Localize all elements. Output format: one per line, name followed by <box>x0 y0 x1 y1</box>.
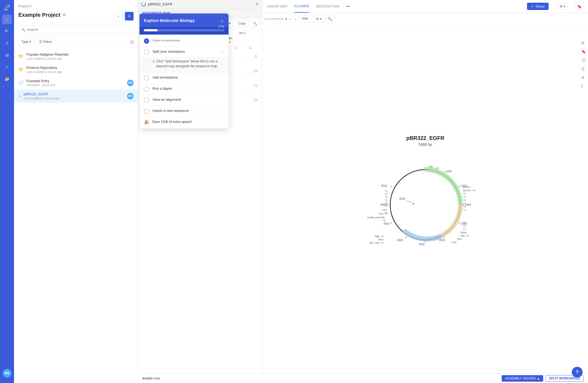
add-nav-icon[interactable]: + <box>2 38 12 48</box>
settings-right-icon[interactable]: ⚙ <box>581 75 586 80</box>
svg-text:EcoRI: EcoRI <box>463 186 470 189</box>
check-nav-icon[interactable]: ✓ <box>2 62 12 72</box>
file-info: Popular Addgene Plasmids Last modified a… <box>26 52 134 60</box>
step-label: Split your workspace <box>152 49 218 53</box>
svg-text:NruI: NruI <box>457 238 462 240</box>
help-button[interactable]: ? <box>572 367 583 378</box>
layers-icon[interactable]: ⊞ <box>581 41 586 45</box>
plasmid-title: pBR322_EGFR <box>406 135 444 141</box>
svg-text:SalI, +3: SalI, +3 <box>460 234 469 237</box>
file-name: Example Entry <box>26 79 124 83</box>
grid-nav-icon[interactable]: ⊞ <box>2 50 12 60</box>
progress-bar-bg <box>144 29 224 31</box>
search-input[interactable] <box>27 28 131 32</box>
add-item-button[interactable]: + <box>125 12 134 21</box>
advanced-filter-button[interactable]: ⊟ <box>130 39 134 45</box>
party-icon: 🎉 <box>144 120 149 125</box>
progress-label: 17% <box>218 25 224 28</box>
plasmid-svg: pBR322_EGFR 5968 bp 500 1000 1500 2000 <box>355 129 495 270</box>
project-settings-button[interactable]: ⚙ <box>63 13 66 17</box>
svg-line-5 <box>458 186 460 187</box>
svg-text:+15: +15 <box>435 167 439 170</box>
share-icon: ↗ <box>531 4 534 8</box>
step-label: Add annotations <box>152 75 224 79</box>
svg-text:AseI: AseI <box>382 209 387 211</box>
svg-text:KasI: KasI <box>452 241 457 244</box>
step-import-sequence[interactable]: Import a new sequence <box>140 106 229 117</box>
home-icon[interactable]: ⌂ <box>2 15 12 24</box>
pan-left-button[interactable]: ← <box>288 17 292 21</box>
zoom-out-plasmid-button[interactable]: − <box>264 17 267 21</box>
assembly-wizard-button[interactable]: ASSEMBLY WIZARD ▲ <box>502 375 543 382</box>
svg-text:+1: +1 <box>385 202 387 204</box>
type-filter-button[interactable]: Type ▾ <box>18 39 34 45</box>
svg-text:4000: 4000 <box>397 239 403 242</box>
plasmid-toolbar-settings[interactable]: ⚙ ▾ <box>314 15 324 22</box>
breadcrumb: Projects / <box>18 4 134 8</box>
header-actions: › + <box>114 12 134 21</box>
svg-text:NarI, SfoI, +2: NarI, SfoI, +2 <box>369 241 383 244</box>
search-button[interactable]: 🔍 <box>251 20 260 27</box>
tab-description[interactable]: DESCRIPTION <box>316 0 339 13</box>
svg-line-9 <box>458 222 460 224</box>
explore-collapse-button[interactable]: ⌄ <box>220 17 224 23</box>
svg-line-17 <box>390 222 392 224</box>
step-run-digest[interactable]: Run a digest <box>140 84 229 95</box>
file-name: Popular Addgene Plasmids <box>26 52 134 56</box>
svg-text:+2: +2 <box>385 193 387 196</box>
svg-text:+2: +2 <box>384 211 387 214</box>
svg-text:+1: +1 <box>385 205 387 207</box>
search-input-wrap: 🔍 <box>18 26 134 33</box>
navigate-back-button[interactable]: › <box>114 12 123 21</box>
file-panel-header: Projects / Example Project ⚙ › + <box>14 0 138 23</box>
step-view-alignment[interactable]: View an alignment <box>140 95 229 106</box>
file-name: Protocol Repository <box>26 66 134 70</box>
step-add-annotations[interactable]: Add annotations <box>140 73 229 84</box>
user-avatar[interactable]: MS <box>3 369 11 378</box>
copy-button[interactable]: Copy <box>234 20 249 27</box>
bookmark-button[interactable]: 🔖 <box>575 2 584 11</box>
sequence-map-panel: pBR322_EGFR ✕ SEQUENCE MAP − + Create ▾ <box>138 0 262 373</box>
file-info: Protocol Repository Last modified a minu… <box>26 66 134 73</box>
sidebar-nav: 🧬 ⌂ 🔍 + ⊞ ✓ 📁 MS <box>0 0 14 383</box>
bookmark-right-icon[interactable]: 🔖 <box>581 49 586 54</box>
list-item[interactable]: 📄 Example Entry 2022/4/18 · 2022/4/22 MS <box>14 76 138 89</box>
share-button[interactable]: ↗ Share <box>527 3 549 10</box>
align-icon[interactable]: ☰ <box>581 67 586 71</box>
svg-text:2000: 2000 <box>465 203 471 206</box>
list-item[interactable]: ○ pBR322_EGFR Last modified a minute ago… <box>14 89 138 103</box>
right-panel-icons: ⊞ 🔖 🕐 ☰ ⚙ ℹ <box>579 39 588 90</box>
step-earn-space[interactable]: 🎉 Earn 1GB of extra space! <box>140 117 229 127</box>
pan-right-button[interactable]: → <box>293 17 297 21</box>
folder-nav-icon[interactable]: 📁 <box>2 74 12 84</box>
zoom-slider-plasmid[interactable] <box>268 18 284 19</box>
list-item[interactable]: 📁 Popular Addgene Plasmids Last modified… <box>14 50 138 63</box>
step-split-workspace[interactable]: Split your workspace ⌄ <box>140 47 229 58</box>
svg-marker-25 <box>412 203 414 205</box>
explore-steps: ✓ Open a sequence Split your workspace ⌄… <box>140 35 229 129</box>
step-circle <box>144 86 149 92</box>
clock-icon[interactable]: 🕐 <box>581 58 586 62</box>
filters-button[interactable]: ☰ Filters <box>36 39 55 45</box>
list-item[interactable]: 📁 Protocol Repository Last modified a mi… <box>14 63 138 76</box>
file-meta: Last modified a minute ago <box>26 70 134 73</box>
more-tabs-button[interactable]: ••• <box>346 4 350 9</box>
info-icon[interactable]: ℹ <box>581 84 586 88</box>
step-open-sequence[interactable]: ✓ Open a sequence <box>140 36 229 47</box>
svg-text:+1: +1 <box>463 205 466 208</box>
loading-icon <box>141 2 146 6</box>
plasmid-settings-button[interactable]: ⚙ ▾ <box>557 3 567 10</box>
svg-text:+2: +2 <box>463 225 466 227</box>
explore-modal-title: Explore Molecular Biology <box>144 18 195 23</box>
avatar: MS <box>127 93 134 99</box>
plasmid-pdf-button[interactable]: PDF <box>298 15 312 22</box>
search-nav-icon[interactable]: 🔍 <box>2 26 12 36</box>
tab-plasmid[interactable]: PLASMID <box>294 0 309 13</box>
close-button[interactable]: ✕ <box>255 2 259 7</box>
plasmid-search-button[interactable]: 🔍 <box>326 15 334 23</box>
zoom-in-plasmid-button[interactable]: + <box>285 17 287 21</box>
main-area: pBR322_EGFR ✕ SEQUENCE MAP − + Create ▾ <box>138 0 588 383</box>
step-label: Earn 1GB of extra space! <box>152 120 224 124</box>
step-circle <box>144 75 149 81</box>
tab-linear-map[interactable]: LINEAR MAP <box>267 0 288 13</box>
